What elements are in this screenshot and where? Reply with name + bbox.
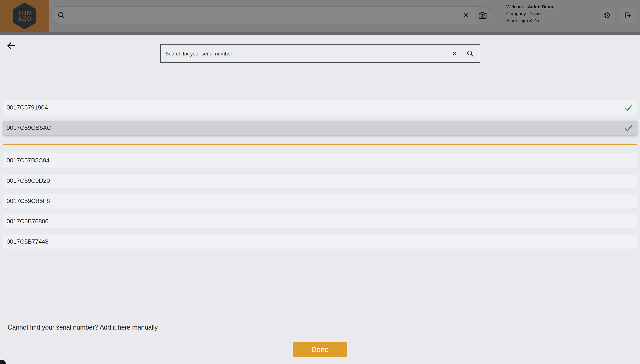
welcome-prefix: Welcome, xyxy=(506,4,526,10)
done-button[interactable]: Done xyxy=(292,342,348,357)
serial-value: 0017C57B5C94 xyxy=(6,157,50,164)
check-icon xyxy=(624,104,632,111)
app-header: TIJM &ZO ✕ xyxy=(0,0,640,32)
serial-row-selected[interactable]: 0017C59CB6AC xyxy=(3,121,637,135)
serial-row[interactable]: 0017C59CB5F8 xyxy=(3,194,637,208)
serial-picker-panel: ✕ 0017C5791904 0017C59CB6AC xyxy=(0,35,640,364)
serial-list: 0017C5791904 0017C59CB6AC 0017C57B5C94 xyxy=(3,100,637,255)
app-root: TIJM &ZO ✕ xyxy=(0,0,640,364)
header-shadow-strip xyxy=(0,32,640,35)
serial-row[interactable]: 0017C5B76800 xyxy=(3,214,637,228)
serial-search-box: ✕ xyxy=(160,44,480,63)
serial-value: 0017C5B76800 xyxy=(6,218,48,225)
list-divider xyxy=(3,144,637,145)
header-search-bar: ✕ xyxy=(52,6,492,24)
user-name[interactable]: Aiden Demo xyxy=(528,4,554,10)
settings-button[interactable]: ⚙ xyxy=(600,8,615,23)
serial-search-input[interactable] xyxy=(161,44,452,62)
serial-search-icon[interactable] xyxy=(467,50,474,57)
search-icon xyxy=(58,12,65,19)
camera-search-button[interactable] xyxy=(474,6,492,25)
manual-add-link[interactable]: Cannot find your serial number? Add it h… xyxy=(8,324,158,331)
company-line: Company: Demo xyxy=(506,10,554,17)
logout-icon xyxy=(624,11,632,20)
clear-search-icon[interactable]: ✕ xyxy=(463,11,469,20)
serial-value: 0017C5791904 xyxy=(6,104,48,111)
logo-text-line2: &ZO xyxy=(18,16,32,22)
back-button[interactable] xyxy=(6,40,18,52)
welcome-line: Welcome, Aiden Demo xyxy=(506,3,554,10)
user-info: Welcome, Aiden Demo Company: Demo Store:… xyxy=(506,3,554,24)
serial-value: 0017C59CB5F8 xyxy=(6,198,50,205)
logo-hexagon: TIJM &ZO xyxy=(13,2,36,29)
store-logo[interactable]: TIJM &ZO xyxy=(0,0,49,32)
serial-row[interactable]: 0017C57B5C94 xyxy=(3,153,637,168)
serial-value: 0017C59CB6AC xyxy=(6,124,51,132)
gear-icon: ⚙ xyxy=(604,11,611,20)
serial-row[interactable]: 0017C5791904 xyxy=(3,100,637,114)
serial-search-clear-icon[interactable]: ✕ xyxy=(452,49,457,58)
serial-value: 0017C5B77448 xyxy=(6,238,48,245)
store-line: Store: Tijm & Zo xyxy=(506,17,554,24)
check-icon xyxy=(624,124,632,132)
logout-button[interactable] xyxy=(620,8,636,23)
serial-row[interactable]: 0017C59C9D20 xyxy=(3,174,637,188)
camera-icon xyxy=(478,11,487,20)
serial-row[interactable]: 0017C5B77448 xyxy=(3,234,637,249)
header-search-input[interactable] xyxy=(68,8,462,23)
serial-value: 0017C59C9D20 xyxy=(6,177,50,184)
